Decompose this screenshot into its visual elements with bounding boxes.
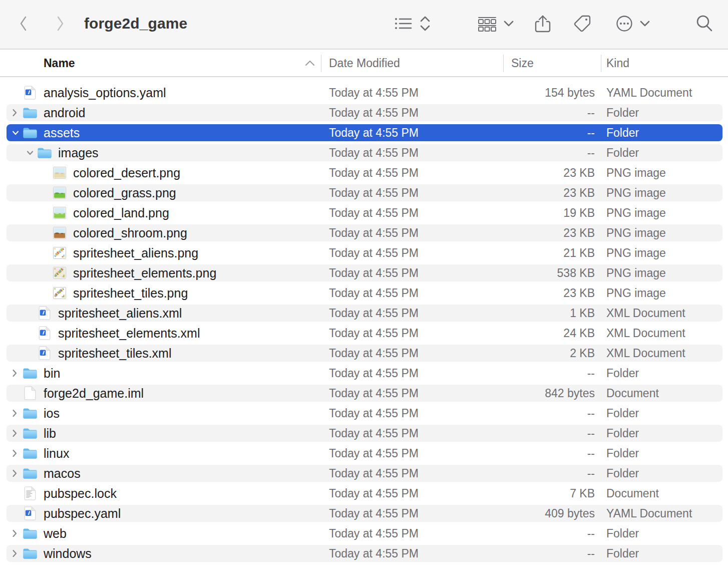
more-actions-button[interactable] xyxy=(615,14,634,33)
disclosure-triangle xyxy=(40,163,53,183)
file-row[interactable]: spritesheet_elements.png Today at 4:55 P… xyxy=(0,263,728,283)
tag-icon xyxy=(573,14,592,33)
size-cell: 538 KB xyxy=(503,263,595,283)
folder-icon xyxy=(23,123,37,143)
size-cell: 23 KB xyxy=(503,183,595,203)
file-row[interactable]: android Today at 4:55 PM -- Folder xyxy=(0,103,728,123)
column-divider[interactable] xyxy=(601,55,601,72)
file-row[interactable]: spritesheet_elements.xml Today at 4:55 P… xyxy=(0,323,728,343)
file-row[interactable]: web Today at 4:55 PM -- Folder xyxy=(0,523,728,543)
file-row[interactable]: spritesheet_tiles.xml Today at 4:55 PM 2… xyxy=(0,343,728,363)
size-cell: 19 KB xyxy=(503,203,595,223)
disclosure-triangle xyxy=(40,183,53,203)
sort-order-button[interactable] xyxy=(419,15,432,33)
kind-cell: PNG image xyxy=(606,203,666,223)
list-view-icon xyxy=(395,17,413,31)
file-row[interactable]: colored_grass.png Today at 4:55 PM 23 KB… xyxy=(0,183,728,203)
file-row[interactable]: macos Today at 4:55 PM -- Folder xyxy=(0,463,728,483)
group-by-button[interactable] xyxy=(477,15,498,33)
file-name: ios xyxy=(44,406,60,421)
column-header-name[interactable]: Name xyxy=(44,57,75,70)
file-row[interactable]: linux Today at 4:55 PM -- Folder xyxy=(0,443,728,463)
file-row[interactable]: windows Today at 4:55 PM -- Folder xyxy=(0,543,728,563)
name-cell: colored_shroom.png xyxy=(0,223,187,243)
file-row[interactable]: spritesheet_aliens.png Today at 4:55 PM … xyxy=(0,243,728,263)
size-cell: 842 bytes xyxy=(503,383,595,403)
search-button[interactable] xyxy=(695,14,714,33)
file-row[interactable]: images Today at 4:55 PM -- Folder xyxy=(0,143,728,163)
file-list[interactable]: analysis_options.yaml Today at 4:55 PM 1… xyxy=(0,78,728,573)
size-cell: 2 KB xyxy=(503,343,595,363)
disclosure-triangle-collapsed[interactable] xyxy=(10,403,23,423)
file-name: pubspec.lock xyxy=(44,486,117,501)
disclosure-triangle xyxy=(10,503,23,523)
file-name: pubspec.yaml xyxy=(44,506,121,521)
file-row[interactable]: colored_desert.png Today at 4:55 PM 23 K… xyxy=(0,163,728,183)
file-name: images xyxy=(58,146,99,160)
chevron-right-icon xyxy=(55,15,65,32)
file-row[interactable]: colored_shroom.png Today at 4:55 PM 23 K… xyxy=(0,223,728,243)
column-header-size[interactable]: Size xyxy=(511,57,534,70)
file-row[interactable]: spritesheet_tiles.png Today at 4:55 PM 2… xyxy=(0,283,728,303)
file-row[interactable]: bin Today at 4:55 PM -- Folder xyxy=(0,363,728,383)
share-button[interactable] xyxy=(534,14,552,33)
date-modified-cell: Today at 4:55 PM xyxy=(329,363,419,383)
disclosure-triangle-collapsed[interactable] xyxy=(10,423,23,443)
disclosure-triangle-collapsed[interactable] xyxy=(10,523,23,543)
kind-cell: Document xyxy=(606,483,659,503)
column-header-kind[interactable]: Kind xyxy=(606,57,629,70)
more-actions-chevron-button[interactable] xyxy=(639,18,651,30)
kind-cell: PNG image xyxy=(606,243,666,263)
disclosure-triangle-expanded[interactable] xyxy=(25,143,38,163)
file-row[interactable]: forge2d_game.iml Today at 4:55 PM 842 by… xyxy=(0,383,728,403)
kind-cell: Folder xyxy=(606,123,639,143)
file-row[interactable]: lib Today at 4:55 PM -- Folder xyxy=(0,423,728,443)
disclosure-triangle-collapsed[interactable] xyxy=(10,443,23,463)
file-row[interactable]: spritesheet_aliens.xml Today at 4:55 PM … xyxy=(0,303,728,323)
back-button[interactable] xyxy=(16,14,32,34)
disclosure-triangle-collapsed[interactable] xyxy=(10,363,23,383)
kind-cell: YAML Document xyxy=(606,83,692,103)
file-name: web xyxy=(44,526,67,541)
disclosure-triangle-collapsed[interactable] xyxy=(10,463,23,483)
xml-document-icon xyxy=(38,343,52,363)
forward-button[interactable] xyxy=(52,14,68,34)
disclosure-triangle-collapsed[interactable] xyxy=(10,103,23,123)
disclosure-triangle-expanded[interactable] xyxy=(10,123,23,143)
kind-cell: Folder xyxy=(606,103,639,123)
date-modified-cell: Today at 4:55 PM xyxy=(329,403,419,423)
file-row[interactable]: pubspec.yaml Today at 4:55 PM 409 bytes … xyxy=(0,503,728,523)
date-modified-cell: Today at 4:55 PM xyxy=(329,203,419,223)
kind-cell: Folder xyxy=(606,143,639,163)
file-row[interactable]: ios Today at 4:55 PM -- Folder xyxy=(0,403,728,423)
date-modified-cell: Today at 4:55 PM xyxy=(329,443,419,463)
column-divider[interactable] xyxy=(321,55,321,72)
image-thumbnail-land xyxy=(53,203,67,223)
file-row[interactable]: colored_land.png Today at 4:55 PM 19 KB … xyxy=(0,203,728,223)
disclosure-triangle xyxy=(40,203,53,223)
group-by-chevron-button[interactable] xyxy=(503,18,515,30)
name-cell: macos xyxy=(0,463,81,483)
disclosure-triangle-collapsed[interactable] xyxy=(10,543,23,563)
column-divider[interactable] xyxy=(503,55,504,72)
file-name: spritesheet_tiles.png xyxy=(73,286,188,301)
search-icon xyxy=(695,14,714,33)
date-modified-cell: Today at 4:55 PM xyxy=(329,383,419,403)
file-name: colored_grass.png xyxy=(73,186,176,200)
file-row[interactable]: pubspec.lock Today at 4:55 PM 7 KB Docum… xyxy=(0,483,728,503)
tag-button[interactable] xyxy=(573,14,592,33)
date-modified-cell: Today at 4:55 PM xyxy=(329,123,419,143)
chevron-left-icon xyxy=(19,15,29,32)
name-cell: android xyxy=(0,103,85,123)
kind-cell: PNG image xyxy=(606,183,666,203)
file-row[interactable]: analysis_options.yaml Today at 4:55 PM 1… xyxy=(0,83,728,103)
date-modified-cell: Today at 4:55 PM xyxy=(329,103,419,123)
file-row[interactable]: assets Today at 4:55 PM -- Folder xyxy=(0,123,728,143)
finder-toolbar: forge2d_game xyxy=(0,0,728,50)
name-cell: colored_grass.png xyxy=(0,183,176,203)
column-header-date-modified[interactable]: Date Modified xyxy=(329,57,400,70)
view-as-list-button[interactable] xyxy=(395,15,413,33)
file-name: analysis_options.yaml xyxy=(44,86,166,100)
name-cell: spritesheet_elements.xml xyxy=(0,323,200,343)
file-name: colored_land.png xyxy=(73,206,169,220)
